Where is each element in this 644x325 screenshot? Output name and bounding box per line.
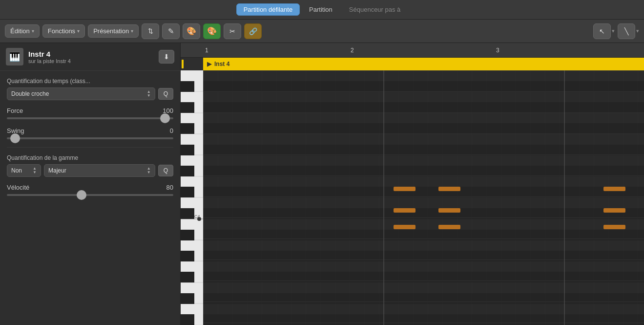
quantification-q-btn[interactable]: Q: [158, 88, 173, 100]
svg-rect-14: [181, 81, 194, 92]
non-arrows: ▲▼: [33, 167, 37, 174]
majeur-arrows: ▲▼: [147, 167, 151, 174]
svg-rect-22: [181, 251, 194, 261]
svg-rect-66: [438, 208, 460, 213]
left-panel: 🎹 Instr 4 sur la piste Instr 4 ⬇ Quantif…: [0, 43, 181, 325]
swing-value: 0: [170, 127, 173, 134]
svg-rect-69: [603, 187, 625, 191]
velocite-value: 80: [166, 184, 173, 191]
piano-grid-area: 1 2 3 ▶ Inst 4: [181, 43, 644, 325]
velocite-label: Vélocité: [7, 184, 29, 191]
partition-btn[interactable]: Partition: [302, 3, 340, 16]
svg-rect-67: [394, 225, 415, 229]
track-sub: sur la piste Instr 4: [28, 58, 154, 64]
timeline-1: 1: [205, 47, 208, 54]
svg-rect-63: [394, 187, 415, 191]
grid-area[interactable]: [203, 70, 644, 325]
svg-rect-36: [203, 145, 644, 155]
svg-rect-23: [181, 272, 194, 282]
velocite-container: Vélocité 80: [7, 184, 173, 196]
link-icon-btn[interactable]: 🔗: [244, 23, 262, 39]
region-play-icon: ▶: [207, 61, 211, 67]
svg-rect-34: [203, 102, 644, 113]
svg-rect-19: [181, 187, 194, 197]
timeline-bar: 1 2 3: [203, 43, 644, 57]
svg-rect-71: [603, 208, 625, 213]
gamme-row: Non ▲▼ Majeur ▲▼ Q: [7, 164, 173, 177]
cursor-chevron: ▾: [612, 28, 615, 34]
controls-section: Quantification du temps (class... Double…: [0, 71, 180, 209]
svg-rect-20: [181, 208, 194, 219]
scissors-icon-btn[interactable]: ✂: [224, 23, 241, 39]
track-download-btn[interactable]: ⬇: [159, 50, 174, 64]
force-slider-track[interactable]: [7, 117, 173, 119]
svg-rect-64: [438, 187, 460, 191]
color-green-btn[interactable]: 🎨: [203, 23, 221, 39]
svg-rect-68: [438, 225, 460, 229]
fonctions-menu[interactable]: Fonctions ▾: [42, 24, 85, 38]
region-name: Inst 4: [214, 61, 229, 67]
svg-rect-18: [181, 166, 194, 176]
svg-rect-42: [203, 272, 644, 282]
edition-menu[interactable]: Édition ▾: [5, 24, 40, 38]
svg-rect-25: [181, 314, 194, 325]
main-area: 🎹 Instr 4 sur la piste Instr 4 ⬇ Quantif…: [0, 43, 644, 325]
line-chevron: ▾: [636, 28, 639, 34]
track-name: Instr 4: [28, 50, 154, 58]
svg-rect-24: [181, 293, 194, 304]
sequenceur-btn[interactable]: Séquenceur pas à: [342, 3, 408, 16]
quantification-label: Quantification du temps (class...: [7, 78, 173, 85]
svg-text:C4: C4: [194, 214, 200, 219]
force-container: Force 100: [7, 107, 173, 119]
track-icon: 🎹: [6, 48, 23, 65]
gamme-q-btn[interactable]: Q: [158, 165, 173, 176]
svg-rect-43: [203, 293, 644, 304]
color-icon-btn[interactable]: 🎨: [183, 23, 200, 39]
line-btn[interactable]: ╲: [618, 23, 635, 39]
majeur-select[interactable]: Majeur ▲▼: [44, 164, 155, 177]
svg-rect-44: [203, 314, 644, 325]
svg-rect-37: [203, 166, 644, 176]
partition-defilante-btn[interactable]: Partition défilante: [236, 3, 300, 16]
svg-rect-16: [181, 123, 194, 134]
non-select[interactable]: Non ▲▼: [7, 164, 41, 177]
svg-rect-17: [181, 145, 194, 155]
cursor-btn[interactable]: ↖: [593, 23, 611, 39]
force-slider-thumb[interactable]: [160, 113, 170, 123]
svg-rect-15: [181, 102, 194, 113]
timeline-2: 2: [351, 47, 354, 54]
svg-rect-38: [203, 187, 644, 197]
velocite-slider-track[interactable]: [7, 194, 173, 196]
svg-rect-35: [203, 123, 644, 134]
svg-rect-40: [203, 230, 644, 240]
velocite-slider-thumb[interactable]: [77, 190, 86, 200]
timeline-3: 3: [496, 47, 499, 54]
piano-keys: C4 C3: [181, 70, 203, 325]
track-info: Instr 4 sur la piste Instr 4: [28, 50, 154, 64]
double-croche-select[interactable]: Double croche ▲▼: [7, 87, 155, 100]
toolbar: Édition ▾ Fonctions ▾ Présentation ▾ ⇅ ✎…: [0, 20, 644, 43]
swing-slider-track[interactable]: [7, 137, 173, 139]
track-header: 🎹 Instr 4 sur la piste Instr 4 ⬇: [0, 43, 180, 71]
edition-chevron: ▾: [32, 28, 34, 34]
pencil-icon-btn[interactable]: ✎: [162, 23, 180, 39]
divider1: [7, 147, 173, 148]
presentation-menu[interactable]: Présentation ▾: [88, 24, 139, 38]
quantification-row: Double croche ▲▼ Q: [7, 87, 173, 100]
select-arrows: ▲▼: [147, 90, 151, 98]
swing-slider-thumb[interactable]: [10, 133, 20, 143]
presentation-chevron: ▾: [131, 28, 133, 34]
fonctions-chevron: ▾: [77, 28, 80, 34]
svg-rect-39: [203, 208, 644, 219]
gamme-label: Quantification de la gamme: [7, 154, 173, 161]
svg-rect-65: [394, 208, 415, 213]
force-label: Force: [7, 107, 23, 114]
region-row: ▶ Inst 4: [203, 58, 644, 70]
svg-rect-41: [203, 251, 644, 261]
svg-rect-73: [603, 225, 625, 229]
swing-container: Swing 0: [7, 127, 173, 139]
piano-grid-content: C4 C3: [181, 70, 644, 325]
svg-rect-21: [181, 230, 194, 240]
quantize-icon-btn[interactable]: ⇅: [142, 23, 159, 39]
top-nav: Partition défilante Partition Séquenceur…: [0, 0, 644, 20]
